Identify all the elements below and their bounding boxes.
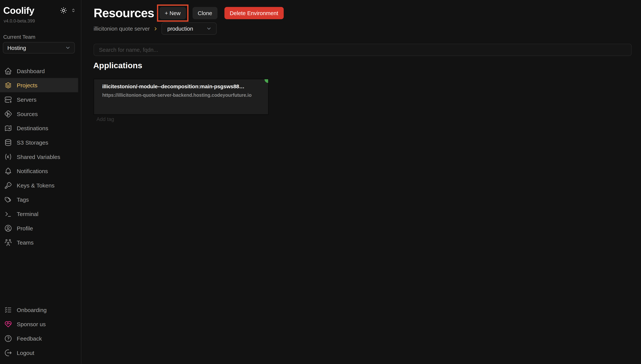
applications-section-title: Applications bbox=[93, 61, 142, 70]
app-logo: Coolify bbox=[3, 5, 34, 16]
theme-select-chevrons[interactable] bbox=[71, 7, 76, 14]
sidebar-item-label: Notifications bbox=[17, 168, 48, 174]
coolify-app: Coolify v4.0.0-beta.399 Current Team Hos… bbox=[0, 0, 641, 364]
sidebar-item-s3-storages[interactable]: S3 Storages bbox=[0, 135, 78, 150]
server-bolt-icon bbox=[4, 96, 12, 104]
sidebar-item-label: Profile bbox=[17, 225, 33, 231]
sidebar-nav: Dashboard Projects Servers Sources bbox=[0, 64, 78, 250]
brand-row: Coolify bbox=[3, 5, 76, 16]
sidebar-item-tags[interactable]: Tags bbox=[0, 192, 78, 207]
clone-button[interactable]: Clone bbox=[192, 7, 217, 19]
user-circle-icon bbox=[4, 224, 12, 232]
app-version: v4.0.0-beta.399 bbox=[4, 18, 35, 23]
status-indicator bbox=[264, 79, 269, 83]
sidebar-item-logout[interactable]: Logout bbox=[0, 346, 78, 360]
layers-icon bbox=[4, 81, 12, 89]
sidebar-item-onboarding[interactable]: Onboarding bbox=[0, 302, 78, 317]
application-card[interactable]: illicitestonion/-module--decomposition:m… bbox=[94, 79, 269, 115]
environment-select[interactable]: production bbox=[162, 22, 217, 35]
git-source-icon bbox=[4, 110, 12, 118]
sidebar-item-sources[interactable]: Sources bbox=[0, 106, 78, 121]
sidebar-item-notifications[interactable]: Notifications bbox=[0, 164, 78, 178]
application-name: illicitestonion/-module--decomposition:m… bbox=[102, 83, 260, 90]
sidebar-item-label: Terminal bbox=[17, 210, 39, 217]
breadcrumb-project-link[interactable]: illicitonion quote server bbox=[94, 26, 150, 32]
map-x-icon bbox=[4, 124, 12, 132]
search-input[interactable] bbox=[94, 44, 631, 56]
chevron-up-down-icon bbox=[71, 7, 76, 14]
highlight-annotation-box: + New bbox=[157, 4, 188, 22]
page-header: Resources + New Clone Delete Environment bbox=[94, 4, 284, 22]
add-tag-button[interactable]: Add tag bbox=[97, 116, 114, 122]
sidebar-item-dashboard[interactable]: Dashboard bbox=[0, 64, 78, 78]
chevron-down-icon bbox=[65, 45, 71, 51]
tags-icon bbox=[4, 196, 12, 204]
chevron-down-icon bbox=[206, 26, 212, 31]
sidebar-item-keys-tokens[interactable]: Keys & Tokens bbox=[0, 178, 78, 192]
sun-icon bbox=[60, 7, 67, 15]
team-select-value: Hosting bbox=[7, 45, 26, 51]
environment-select-value: production bbox=[167, 26, 193, 32]
delete-environment-button[interactable]: Delete Environment bbox=[224, 7, 283, 19]
sidebar-item-terminal[interactable]: Terminal bbox=[0, 206, 78, 221]
checklist-icon bbox=[4, 306, 12, 314]
sidebar-item-label: Sources bbox=[17, 110, 38, 117]
team-select[interactable]: Hosting bbox=[3, 42, 75, 54]
sidebar-item-label: Keys & Tokens bbox=[17, 182, 55, 188]
sidebar-item-servers[interactable]: Servers bbox=[0, 92, 78, 106]
main-content: Resources + New Clone Delete Environment… bbox=[81, 0, 641, 364]
sidebar-item-label: Feedback bbox=[17, 335, 42, 342]
sidebar-item-label: Teams bbox=[17, 239, 34, 246]
new-button[interactable]: + New bbox=[159, 7, 186, 19]
home-icon bbox=[4, 67, 12, 75]
sidebar-item-label: S3 Storages bbox=[17, 139, 49, 146]
help-circle-icon bbox=[4, 334, 12, 342]
sidebar-item-label: Sponsor us bbox=[17, 321, 46, 327]
sidebar-item-label: Tags bbox=[17, 196, 29, 203]
current-team-label: Current Team bbox=[3, 34, 35, 40]
sidebar-item-label: Shared Variables bbox=[17, 153, 60, 160]
sidebar-item-destinations[interactable]: Destinations bbox=[0, 121, 78, 135]
page-title: Resources bbox=[94, 6, 154, 20]
sidebar-item-shared-variables[interactable]: Shared Variables bbox=[0, 150, 78, 164]
heart-handshake-icon bbox=[4, 320, 12, 328]
sidebar-item-label: Servers bbox=[17, 96, 37, 103]
key-icon bbox=[4, 181, 12, 189]
sidebar-item-teams[interactable]: Teams bbox=[0, 235, 78, 250]
application-url: https://illicitonion-quote-server-backen… bbox=[102, 92, 260, 98]
sidebar-item-label: Onboarding bbox=[17, 306, 47, 313]
sidebar-item-label: Dashboard bbox=[17, 68, 45, 74]
bell-icon bbox=[4, 167, 12, 175]
sidebar-item-label: Logout bbox=[17, 349, 35, 356]
logout-icon bbox=[4, 348, 12, 357]
sidebar-item-label: Projects bbox=[17, 82, 38, 88]
terminal-icon bbox=[4, 210, 12, 218]
variable-icon bbox=[4, 152, 12, 161]
sidebar-item-label: Destinations bbox=[17, 125, 48, 131]
sidebar-item-profile[interactable]: Profile bbox=[0, 221, 78, 235]
sidebar-item-projects[interactable]: Projects bbox=[0, 78, 78, 92]
sidebar-item-sponsor-us[interactable]: Sponsor us bbox=[0, 317, 78, 331]
sidebar-footer-nav: Onboarding Sponsor us Feedback Logout bbox=[0, 302, 78, 360]
chevron-right-icon bbox=[153, 26, 158, 31]
users-group-icon bbox=[4, 238, 12, 246]
theme-toggle-button[interactable] bbox=[60, 7, 67, 15]
database-icon bbox=[4, 138, 12, 146]
sidebar-item-feedback[interactable]: Feedback bbox=[0, 331, 78, 346]
breadcrumb: illicitonion quote server production bbox=[94, 22, 217, 35]
sidebar: Coolify v4.0.0-beta.399 Current Team Hos… bbox=[0, 0, 81, 364]
